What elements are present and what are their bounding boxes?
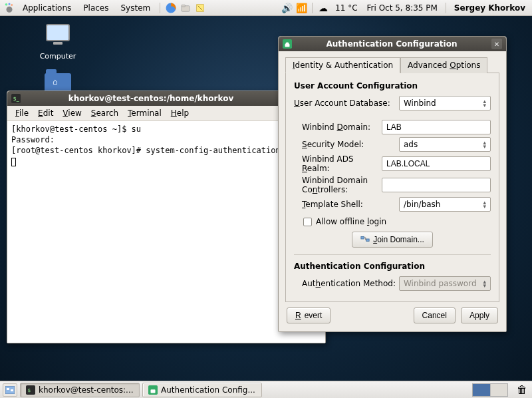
menu-search[interactable]: Search [87,107,122,119]
weather-temp[interactable]: 11 °C [331,3,361,13]
menu-file[interactable]: File [11,107,33,119]
menu-places[interactable]: Places [78,2,114,14]
panel-separator [160,3,160,13]
panel-separator [446,3,446,13]
workspace-2[interactable] [490,384,507,396]
section-auth-config: Authentication Configuration [294,262,491,271]
input-domain-controllers[interactable] [382,178,491,192]
combo-security-model[interactable]: ads ▴▾ [399,137,491,152]
clock[interactable]: Fri Oct 5, 8:35 PM [363,3,442,13]
row-join-domain: Join Domain... [294,232,491,248]
label-allow-offline: Allow offline login [316,217,386,226]
label-winbind-domain: Winbind Domain: [294,122,382,132]
menu-edit[interactable]: Edit [34,107,57,119]
apply-button[interactable]: Apply [461,307,498,323]
row-auth-method: Authentication Method: Winbind password … [294,276,491,291]
trash-icon[interactable]: 🗑 [515,383,529,397]
terminal-icon: $_ [11,94,21,103]
user-menu[interactable]: Sergey Khorkov [450,3,529,13]
auth-tabs: Identity & Authentication Advanced Optio… [285,57,499,73]
combo-auth-method: Winbind password ▴▾ [399,276,491,291]
label-security-model: Security Model: [294,140,399,149]
gnome-foot-icon[interactable] [3,1,16,15]
tab-advanced[interactable]: Advanced Options [400,57,487,73]
chevron-updown-icon: ▴▾ [483,140,486,148]
row-ads-realm: Winbind ADS Realm: [294,154,491,173]
panel-left: Applications Places System [3,1,207,15]
notes-icon[interactable] [194,1,207,15]
taskbar-item-label: Authentication Config... [161,385,255,395]
row-allow-offline: Allow offline login [303,217,491,226]
auth-icon [283,39,292,49]
divider [294,254,491,255]
menu-help[interactable]: Help [167,107,193,119]
row-security-model: Security Model: ads ▴▾ [294,137,491,152]
chevron-updown-icon: ▴▾ [483,200,486,208]
menu-view[interactable]: View [59,107,85,119]
svg-point-4 [166,3,176,13]
taskbar-item-auth-config[interactable]: Authentication Config... [142,383,262,397]
top-panel: Applications Places System 🔊 📶 ☁ 11 °C F… [0,0,532,16]
menu-system[interactable]: System [115,2,156,14]
taskbar-item-label: khorkov@test-centos:... [39,385,134,395]
terminal-icon: $ [26,385,35,395]
label-user-db: User Account Database: [294,99,399,108]
auth-config-window: Authentication Configuration ✕ Identity … [278,36,507,332]
auth-title: Authentication Configuration [296,39,487,49]
dialog-actions: Revert Cancel Apply [285,302,499,325]
svg-text:$_: $_ [13,96,19,102]
panel-right: 🔊 📶 ☁ 11 °C Fri Oct 5, 8:35 PM Sergey Kh… [280,1,529,15]
combo-template-shell[interactable]: /bin/bash ▴▾ [399,197,491,212]
svg-rect-12 [361,236,364,239]
bottom-panel: $ khorkov@test-centos:... Authentication… [0,381,532,398]
auth-titlebar[interactable]: Authentication Configuration ✕ [279,37,506,51]
row-user-db: User Account Database: Winbind ▴▾ [294,96,491,110]
row-winbind-domain: Winbind Domain: [294,120,491,134]
svg-point-2 [11,4,13,6]
firefox-icon[interactable] [164,1,178,15]
taskbar-item-terminal[interactable]: $ khorkov@test-centos:... [20,383,140,397]
svg-point-3 [7,6,13,12]
weather-icon: ☁ [317,1,330,15]
svg-text:$: $ [28,387,31,393]
volume-icon[interactable]: 🔊 [280,1,293,15]
terminal-cursor [11,158,16,166]
desktop-icon-computer[interactable]: Computer [35,24,81,61]
input-ads-realm[interactable] [382,156,491,171]
file-manager-icon[interactable] [179,1,192,15]
panel-separator [312,3,313,13]
menu-applications[interactable]: Applications [17,2,76,14]
label-domain-controllers: Winbind Domain Controllers: [294,176,382,194]
svg-rect-6 [182,5,185,7]
show-desktop-button[interactable] [3,383,17,397]
combo-user-db[interactable]: Winbind ▴▾ [399,96,491,110]
tab-page-identity: User Account Configuration User Account … [285,73,499,302]
svg-rect-20 [151,389,156,393]
svg-rect-15 [7,388,9,390]
label-ads-realm: Winbind ADS Realm: [294,154,382,173]
revert-button[interactable]: Revert [287,307,331,323]
svg-point-1 [9,3,11,5]
auth-body: Identity & Authentication Advanced Optio… [279,51,506,331]
label-auth-method: Authentication Method: [294,279,399,288]
cancel-button[interactable]: Cancel [414,307,456,323]
close-button[interactable]: ✕ [491,39,502,49]
chevron-updown-icon: ▴▾ [483,280,486,288]
tab-identity[interactable]: Identity & Authentication [285,57,400,73]
workspace-1[interactable] [473,384,490,396]
network-icon[interactable]: 📶 [295,1,308,15]
terminal-title: khorkov@test-centos:/home/khorkov [25,94,277,103]
menu-terminal[interactable]: Terminal [124,107,166,119]
svg-rect-11 [285,44,290,47]
checkbox-allow-offline[interactable] [303,218,312,226]
chevron-updown-icon: ▴▾ [483,99,486,107]
svg-rect-16 [11,389,13,391]
section-user-account: User Account Configuration [294,81,491,91]
workspace-switcher[interactable] [472,383,508,397]
computer-icon [42,24,74,51]
label-template-shell: Template Shell: [294,200,399,209]
input-winbind-domain[interactable] [382,120,491,134]
join-domain-button[interactable]: Join Domain... [352,232,433,248]
row-template-shell: Template Shell: /bin/bash ▴▾ [294,197,491,212]
svg-rect-13 [366,239,369,242]
